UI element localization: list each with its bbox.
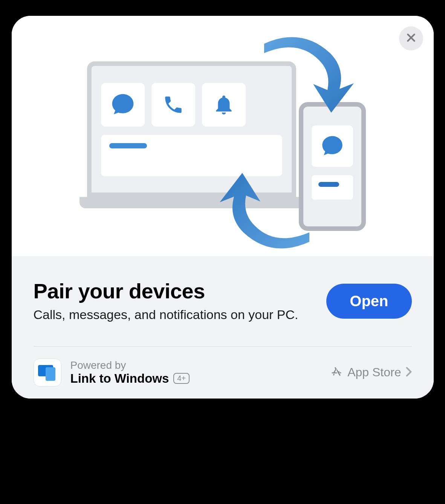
- card-subtitle: Calls, messages, and notifications on yo…: [34, 306, 298, 324]
- pair-devices-illustration: [80, 31, 366, 241]
- powered-by-label: Powered by: [70, 359, 190, 371]
- card-title: Pair your devices: [34, 279, 298, 303]
- phone-tile-icon: [151, 83, 195, 127]
- app-store-label: App Store: [347, 365, 401, 379]
- close-icon: [405, 32, 417, 45]
- divider: [34, 346, 412, 347]
- chat-tile-icon: [101, 83, 145, 127]
- app-clip-card: Pair your devices Calls, messages, and n…: [12, 16, 434, 399]
- card-footer: Powered by Link to Windows 4+ App Store: [34, 359, 412, 386]
- chevron-right-icon: [406, 367, 412, 379]
- open-button[interactable]: Open: [326, 284, 411, 319]
- hero-illustration-area: [12, 16, 434, 256]
- app-name: Link to Windows: [70, 371, 169, 386]
- close-button[interactable]: [399, 26, 423, 50]
- sync-arrow-bottom-icon: [219, 172, 317, 257]
- bell-tile-icon: [202, 83, 246, 127]
- laptop-content-block: [101, 135, 282, 176]
- card-content: Pair your devices Calls, messages, and n…: [12, 256, 434, 399]
- phone-chat-tile-icon: [312, 125, 353, 167]
- app-store-link[interactable]: App Store: [330, 365, 411, 380]
- phone-content-block: [312, 175, 353, 200]
- sync-arrow-top-icon: [257, 31, 355, 115]
- app-icon: [34, 359, 61, 386]
- age-rating-badge: 4+: [173, 373, 190, 384]
- app-store-icon: [330, 365, 343, 380]
